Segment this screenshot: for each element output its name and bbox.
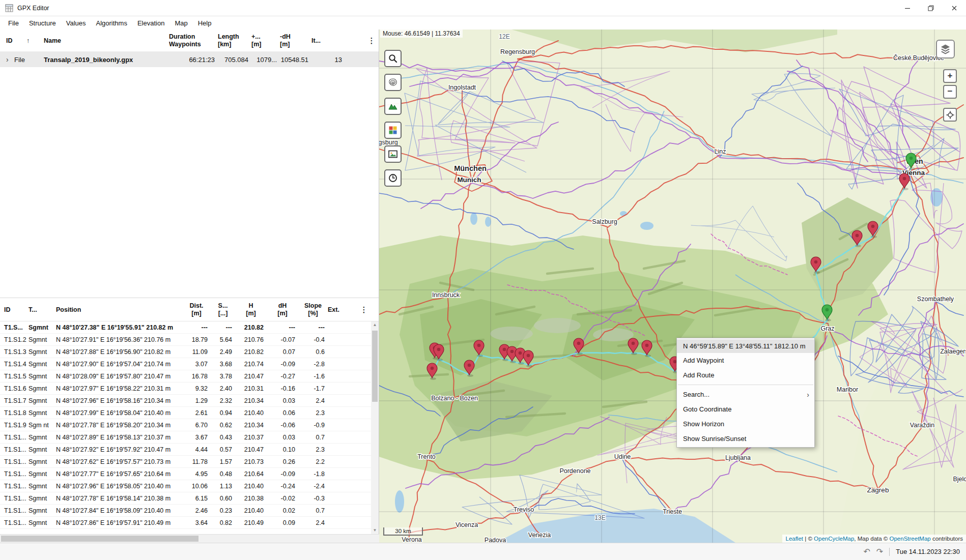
column-elevation-gain[interactable]: +...[m] — [251, 33, 280, 48]
time-tool-button[interactable] — [384, 169, 402, 187]
table-row[interactable]: T1.S1...SgmntN 48°10'27.89" E 16°19'58.1… — [0, 431, 371, 444]
table-row[interactable]: T1.S1...SgmntN 48°10'27.92" E 16°19'57.9… — [0, 444, 371, 456]
column-name[interactable]: Name — [44, 37, 169, 44]
cell-slope: 2.4 — [298, 397, 328, 404]
cell-slope: -0.9 — [298, 422, 328, 429]
city-label: Bolzano - Bozen — [431, 395, 478, 402]
expand-icon[interactable]: › — [6, 55, 14, 64]
table-row[interactable]: T1.S1...SgmntN 48°10'27.84" E 16°19'58.0… — [0, 505, 371, 517]
menu-help[interactable]: Help — [193, 18, 217, 28]
attribution-link[interactable]: OpenCycleMap — [814, 536, 854, 542]
column-duration[interactable]: DurationWaypoints — [169, 33, 218, 48]
table-row[interactable]: T1.S1.6SgmntN 48°10'27.97" E 16°19'58.22… — [0, 382, 371, 395]
kebab-menu-icon[interactable]: ⋮ — [357, 305, 371, 314]
restore-button[interactable] — [919, 0, 943, 16]
column-id[interactable]: ID — [0, 306, 29, 313]
cell-dist: 3.64 — [182, 519, 211, 526]
context-menu-item-add-route[interactable]: Add Route — [677, 368, 814, 382]
city-label: Linz — [715, 148, 726, 155]
table-row[interactable]: T1.S1...SgmntN 48°10'27.62" E 16°19'57.5… — [0, 456, 371, 468]
cell-type: Sgmnt — [29, 324, 56, 331]
menu-map[interactable]: Map — [169, 18, 192, 28]
city-label: Szombathely — [917, 296, 954, 303]
minimize-button[interactable] — [896, 0, 919, 16]
menu-algorithms[interactable]: Algorithms — [91, 18, 132, 28]
context-menu-item-show-sunrise-sunset[interactable]: Show Sunrise/Sunset — [677, 431, 814, 446]
column-h[interactable]: H[m] — [235, 302, 267, 317]
column-dist[interactable]: Dist.[m] — [182, 302, 211, 317]
attribution-link[interactable]: OpenStreetMap — [890, 536, 931, 542]
scrollbar-thumb[interactable] — [372, 331, 378, 402]
redo-icon[interactable]: ↷ — [876, 547, 883, 556]
elevation-tool-button[interactable] — [384, 98, 402, 115]
map-attribution: Leaflet | © OpenCycleMap, Map data © Ope… — [782, 535, 966, 543]
column-length[interactable]: Length[km] — [218, 33, 251, 48]
context-menu-item-search[interactable]: Search...› — [677, 387, 814, 402]
column-position[interactable]: Position — [56, 306, 182, 313]
column-dh[interactable]: dH[m] — [267, 302, 298, 317]
table-row[interactable]: T1.S1.9Sgm ntN 48°10'27.78" E 16°19'58.2… — [0, 419, 371, 431]
column-label: [m] — [267, 310, 298, 317]
zoom-out-button[interactable]: − — [943, 85, 957, 99]
city-label: Trieste — [663, 508, 682, 515]
file-name: Transalp_2019_bikeonly.gpx — [44, 56, 169, 64]
search-tool-button[interactable] — [384, 50, 402, 67]
table-row[interactable]: T1.S1.5SgmntN 48°10'28.09" E 16°19'57.80… — [0, 370, 371, 382]
context-menu-item-show-horizon[interactable]: Show Horizon — [677, 417, 814, 431]
table-row[interactable]: T1.S1.3SgmntN 48°10'27.88" E 16°19'56.90… — [0, 346, 371, 358]
cell-id: T1.S1.3 — [0, 348, 29, 356]
kebab-menu-icon[interactable]: ⋮ — [364, 36, 379, 45]
vertical-scrollbar[interactable]: ▲ ▼ — [371, 321, 379, 534]
table-row[interactable]: T1.S1...SgmntN 48°10'27.96" E 16°19'58.0… — [0, 480, 371, 492]
table-row[interactable]: T1.S1.4SgmntN 48°10'27.90" E 16°19'57.04… — [0, 358, 371, 370]
undo-icon[interactable]: ↶ — [863, 547, 870, 556]
table-row[interactable]: T1.S1.2SgmntN 48°10'27.91" E 16°19'56.36… — [0, 334, 371, 346]
layers-button[interactable] — [936, 40, 955, 58]
scroll-up-icon[interactable]: ▲ — [371, 321, 379, 329]
context-menu-item-goto-coordinate[interactable]: Goto Coordinate — [677, 402, 814, 417]
table-row[interactable]: T1.S...SgmntN 48°10'27.38" E 16°19'55.91… — [0, 321, 371, 334]
column-label: Slope — [298, 302, 328, 310]
close-button[interactable] — [943, 0, 966, 16]
horizontal-scrollbar[interactable] — [0, 534, 379, 543]
cell-position: N 48°10'27.99" E 16°19'58.04" 210.40 m — [56, 409, 182, 417]
contour-tool-button[interactable] — [384, 74, 402, 91]
menu-values[interactable]: Values — [61, 18, 91, 28]
scrollbar-thumb[interactable] — [1, 536, 198, 542]
menu-structure[interactable]: Structure — [24, 18, 61, 28]
cell-h: 210.47 — [235, 446, 267, 453]
cell-id: T1.S1.7 — [0, 397, 29, 404]
file-row[interactable]: ›File Transalp_2019_bikeonly.gpx 66:21:2… — [0, 52, 379, 67]
column-type[interactable]: T... — [29, 306, 56, 313]
scroll-down-icon[interactable]: ▼ — [371, 527, 379, 534]
sort-ascending-icon[interactable]: ↑ — [26, 37, 44, 44]
cell-h: 210.73 — [235, 458, 267, 465]
column-items[interactable]: It... — [311, 37, 345, 44]
table-row[interactable]: T1.S1...SgmntN 48°10'27.77" E 16°19'57.6… — [0, 468, 371, 480]
column-id[interactable]: ID — [0, 37, 26, 44]
cell-type: Sgmnt — [29, 507, 56, 514]
tile-layer-tool-button[interactable] — [384, 122, 402, 139]
column-ext[interactable]: Ext. — [328, 306, 353, 313]
table-row[interactable]: T1.S1...SgmntN 48°10'27.86" E 16°19'57.9… — [0, 517, 371, 529]
menu-elevation[interactable]: Elevation — [132, 18, 169, 28]
cell-dh: -0.09 — [267, 470, 298, 478]
attribution-link[interactable]: Leaflet — [785, 536, 803, 542]
column-elevation-loss[interactable]: -dH[m] — [280, 33, 311, 48]
context-menu-item-add-waypoint[interactable]: Add Waypoint — [677, 353, 814, 368]
column-s[interactable]: S...[...] — [211, 302, 235, 317]
table-row[interactable]: T1.S1...SgmntN 48°10'27.78" E 16°19'58.1… — [0, 492, 371, 505]
image-tool-button[interactable] — [384, 145, 402, 163]
cell-dh: -0.24 — [267, 483, 298, 490]
table-row[interactable]: T1.S1.7SgmntN 48°10'27.96" E 16°19'58.16… — [0, 395, 371, 407]
clock-icon — [388, 173, 398, 183]
zoom-in-button[interactable]: + — [943, 69, 957, 83]
map-canvas[interactable]: RegensburgČeské BudějoviceIngolstadtAugs… — [379, 30, 966, 543]
window-title: GPX Editor — [17, 5, 49, 12]
cell-dh: -0.16 — [267, 385, 298, 392]
table-row[interactable]: T1.S1.8SgmntN 48°10'27.99" E 16°19'58.04… — [0, 407, 371, 419]
status-bar: ↶ ↷ Tue 14.11.2023 22:30 — [0, 543, 966, 560]
locate-button[interactable] — [943, 108, 957, 122]
column-slope[interactable]: Slope[%] — [298, 302, 328, 317]
menu-file[interactable]: File — [3, 18, 24, 28]
